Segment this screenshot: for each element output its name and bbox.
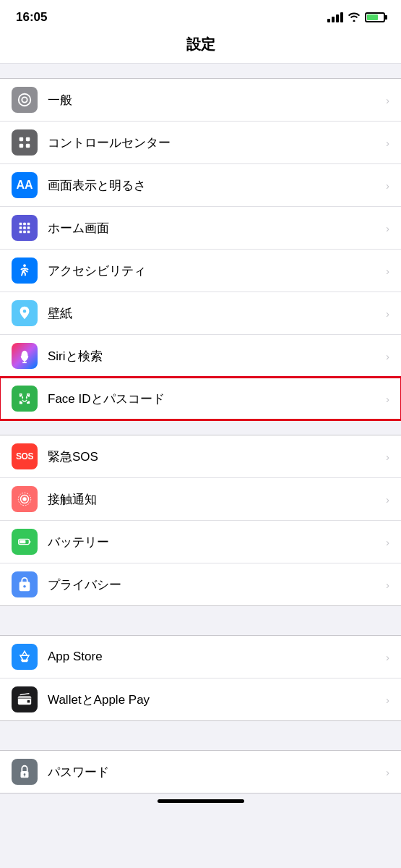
- icon-passwords: [12, 759, 38, 785]
- battery-icon: [365, 12, 385, 22]
- svg-rect-11: [23, 231, 26, 234]
- section-spacer-2: [0, 721, 401, 736]
- row-control-center[interactable]: コントロールセンター ›: [0, 122, 401, 164]
- svg-rect-7: [20, 226, 22, 229]
- row-privacy[interactable]: プライバシー ›: [0, 563, 401, 605]
- row-app-store[interactable]: App Store ›: [0, 636, 401, 678]
- row-siri[interactable]: Siriと検索 ›: [0, 335, 401, 378]
- icon-siri: [12, 343, 38, 369]
- label-control-center: コントロールセンター: [48, 135, 381, 151]
- label-general: 一般: [48, 92, 381, 109]
- row-wallet[interactable]: WalletとApple Pay ›: [0, 678, 401, 720]
- chevron-home-screen: ›: [386, 222, 389, 234]
- row-face-id[interactable]: Face IDとパスコード ›: [0, 378, 401, 420]
- signal-icon: [327, 12, 343, 22]
- chevron-battery: ›: [386, 536, 389, 548]
- chevron-general: ›: [386, 94, 389, 106]
- row-accessibility[interactable]: アクセシビリティ ›: [0, 250, 401, 292]
- row-display[interactable]: AA 画面表示と明るさ ›: [0, 164, 401, 207]
- svg-point-19: [22, 497, 27, 501]
- label-sos: 緊急SOS: [48, 448, 381, 465]
- label-siri: Siriと検索: [48, 348, 381, 365]
- chevron-wallet: ›: [386, 694, 389, 706]
- svg-rect-1: [26, 137, 30, 142]
- status-time: 16:05: [16, 10, 47, 25]
- icon-exposure: [12, 486, 38, 512]
- chevron-display: ›: [386, 179, 389, 192]
- icon-privacy: [12, 571, 38, 597]
- settings-section-2: SOS 緊急SOS › 接触通知 › バッテリー ›: [0, 435, 401, 606]
- row-exposure[interactable]: 接触通知 ›: [0, 478, 401, 521]
- svg-rect-24: [29, 541, 30, 543]
- row-sos[interactable]: SOS 緊急SOS ›: [0, 435, 401, 478]
- label-accessibility: アクセシビリティ: [48, 263, 381, 279]
- status-bar: 16:05: [0, 0, 401, 29]
- svg-rect-8: [23, 226, 26, 229]
- icon-battery: [12, 529, 38, 555]
- label-privacy: プライバシー: [48, 576, 381, 593]
- svg-rect-12: [27, 231, 30, 234]
- chevron-exposure: ›: [386, 493, 389, 506]
- icon-wallpaper: [12, 300, 38, 326]
- svg-point-18: [26, 397, 27, 399]
- icon-home-screen: [12, 215, 38, 241]
- svg-rect-4: [20, 223, 22, 226]
- icon-app-store: [12, 644, 38, 670]
- chevron-face-id: ›: [386, 393, 389, 405]
- chevron-passwords: ›: [386, 766, 389, 778]
- svg-rect-5: [23, 223, 26, 226]
- row-wallpaper[interactable]: 壁紙 ›: [0, 292, 401, 335]
- icon-sos: SOS: [12, 443, 38, 469]
- chevron-accessibility: ›: [386, 265, 389, 277]
- svg-rect-6: [27, 223, 30, 226]
- chevron-control-center: ›: [386, 137, 389, 149]
- label-app-store: App Store: [48, 650, 381, 664]
- svg-point-17: [22, 397, 23, 399]
- svg-rect-2: [20, 144, 24, 148]
- chevron-privacy: ›: [386, 579, 389, 591]
- svg-point-13: [23, 264, 26, 267]
- icon-control-center: [12, 129, 38, 156]
- row-general[interactable]: 一般 ›: [0, 79, 401, 122]
- home-indicator: [0, 793, 401, 806]
- svg-rect-26: [27, 700, 30, 703]
- label-face-id: Face IDとパスコード: [48, 391, 381, 407]
- svg-rect-3: [26, 144, 30, 148]
- icon-general: [12, 87, 38, 113]
- chevron-wallpaper: ›: [386, 307, 389, 320]
- icon-accessibility: [12, 258, 38, 284]
- label-display: 画面表示と明るさ: [48, 177, 381, 194]
- status-icons: [327, 12, 385, 24]
- settings-section-3: App Store › WalletとApple Pay ›: [0, 635, 401, 721]
- svg-rect-23: [20, 540, 25, 544]
- svg-rect-0: [20, 137, 24, 142]
- section-spacer-1: [0, 606, 401, 621]
- row-home-screen[interactable]: ホーム画面 ›: [0, 207, 401, 250]
- label-exposure: 接触通知: [48, 491, 381, 508]
- label-wallpaper: 壁紙: [48, 305, 381, 322]
- svg-rect-9: [27, 226, 30, 229]
- page-title: 設定: [0, 29, 401, 64]
- wifi-icon: [348, 12, 361, 24]
- svg-rect-10: [20, 231, 22, 234]
- icon-display: AA: [12, 172, 38, 198]
- row-passwords[interactable]: パスワード ›: [0, 751, 401, 793]
- chevron-app-store: ›: [386, 651, 389, 663]
- svg-rect-29: [25, 775, 25, 777]
- label-battery: バッテリー: [48, 534, 381, 550]
- icon-wallet: [12, 686, 38, 712]
- chevron-siri: ›: [386, 350, 389, 362]
- label-home-screen: ホーム画面: [48, 220, 381, 237]
- home-bar: [158, 799, 244, 803]
- settings-section-4: パスワード ›: [0, 750, 401, 793]
- chevron-sos: ›: [386, 451, 389, 463]
- label-wallet: WalletとApple Pay: [48, 692, 381, 708]
- label-passwords: パスワード: [48, 764, 381, 780]
- row-battery[interactable]: バッテリー ›: [0, 521, 401, 563]
- icon-face-id: [12, 386, 38, 412]
- settings-section-1: 一般 › コントロールセンター › AA 画面表示と明るさ ›: [0, 78, 401, 420]
